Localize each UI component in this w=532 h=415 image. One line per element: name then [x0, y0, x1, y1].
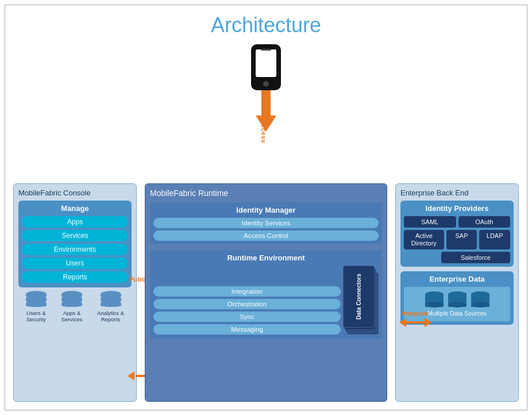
- manage-title: Manage: [22, 204, 128, 213]
- db-cylinder-3: [471, 291, 489, 308]
- access-control-item: Access Control: [153, 230, 379, 241]
- integrate-shaft: [406, 321, 425, 324]
- identity-manager-title: Identity Manager: [153, 206, 379, 214]
- mid-panel-title: MobileFabric Runtime: [150, 189, 382, 198]
- panels-row: MobileFabric Console Manage Apps Service…: [13, 183, 519, 402]
- analytics-reports-db-icon: [101, 291, 121, 308]
- ip-row3: Salesforce: [404, 252, 510, 263]
- db-cylinder-2: [448, 291, 467, 308]
- left-panel-title: MobileFabric Console: [18, 189, 132, 197]
- ed-title: Enterprise Data: [404, 275, 510, 283]
- db-icons-row: [425, 291, 489, 308]
- identity-providers-box: Identity Providers SAML OAuth ActiveDire…: [400, 201, 514, 267]
- page-title: Architecture: [5, 5, 527, 42]
- users-security-label: Users &Security: [26, 310, 46, 323]
- apps-services-label: Apps &Services: [61, 310, 82, 323]
- cyl-2: [448, 291, 467, 308]
- ip-active-directory: ActiveDirectory: [404, 230, 444, 249]
- manage-box: Manage Apps Services Environments Users …: [18, 201, 132, 287]
- runtime-item-orchestration: Orchestration: [153, 299, 341, 309]
- ip-row1: SAML OAuth: [404, 216, 510, 228]
- integrate-area: Integrate: [399, 310, 431, 327]
- analytics-arrowhead: [128, 371, 134, 381]
- runtime-items: Integration Orchestration Sync Messaging: [153, 286, 341, 335]
- integrate-arrow-left: [399, 318, 406, 327]
- main-container: Architecture Runtime Access MobileFabric…: [5, 5, 527, 410]
- manage-item-users: Users: [22, 258, 128, 269]
- ip-salesforce: Salesforce: [441, 252, 510, 263]
- cyl-1: [425, 291, 444, 308]
- ip-ldap: LDAP: [479, 230, 510, 249]
- integrate-arrow-right: [425, 318, 431, 327]
- ip-row2: ActiveDirectory SAP LDAP: [404, 230, 510, 249]
- right-panel: Enterprise Back End Identity Providers S…: [395, 183, 519, 402]
- ip-oauth: OAuth: [458, 216, 511, 228]
- data-connectors-label: Data Connectors: [356, 274, 363, 320]
- db-cylinder-1: [425, 291, 444, 308]
- runtime-environment-box: Runtime Environment Integration Orchestr…: [150, 250, 382, 339]
- cyl-3: [471, 291, 489, 308]
- ip-saml: SAML: [404, 216, 456, 228]
- integrate-label: Integrate: [402, 310, 429, 317]
- identity-services-item: Identity Services: [153, 218, 379, 228]
- analytics-reports-label: Analytics &Reports: [97, 310, 124, 323]
- ip-sap: SAP: [446, 230, 477, 249]
- right-panel-title: Enterprise Back End: [400, 189, 514, 197]
- ed-label: Multiple Data Sources: [427, 310, 487, 317]
- runtime-environment-title: Runtime Environment: [153, 253, 379, 262]
- phone-screen: [256, 49, 276, 77]
- users-security-icon-item: Users &Security: [26, 291, 47, 323]
- bottom-icons-row: Users &Security Apps &Services: [18, 291, 132, 323]
- apps-services-icon-item: Apps &Services: [61, 291, 82, 323]
- manage-item-services: Services: [22, 230, 128, 241]
- phone-icon: [251, 44, 281, 90]
- stacked-container: Integration Orchestration Sync Messaging…: [153, 266, 379, 335]
- manage-item-environments: Environments: [22, 244, 128, 255]
- runtime-item-sync: Sync: [153, 312, 341, 322]
- integrate-double-arrow: [399, 318, 431, 327]
- ip-title: Identity Providers: [404, 204, 510, 213]
- users-security-db-icon: [26, 291, 47, 308]
- runtime-access-label: Runtime Access: [260, 90, 267, 143]
- manage-item-apps: Apps: [22, 216, 128, 228]
- runtime-item-integration: Integration: [153, 286, 341, 297]
- identity-manager-box: Identity Manager Identity Services Acces…: [150, 202, 382, 244]
- runtime-item-messaging: Messaging: [153, 324, 341, 335]
- dc-card-front: Data Connectors: [343, 266, 375, 328]
- manage-item-reports: Reports: [22, 271, 128, 283]
- left-panel: MobileFabric Console Manage Apps Service…: [13, 183, 137, 402]
- mid-panel: MobileFabric Runtime Identity Manager Id…: [145, 183, 387, 402]
- analytics-reports-icon-item: Analytics &Reports: [97, 291, 124, 323]
- apps-services-db-icon: [61, 291, 82, 308]
- data-connectors-stack: Data Connectors: [343, 266, 379, 335]
